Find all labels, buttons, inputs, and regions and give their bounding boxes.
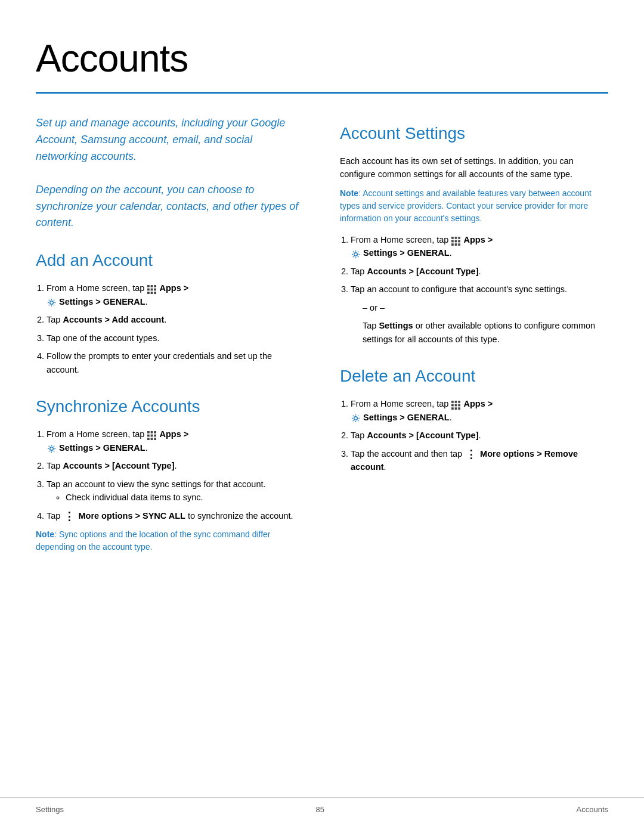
sync-accounts-content: From a Home screen, tap Apps > Settings … [36,428,304,553]
page-footer: Settings 85 Accounts [0,797,644,816]
delete-step-2: Tap Accounts > [Account Type]. [351,429,608,442]
svg-rect-31 [455,401,457,403]
title-divider [36,92,608,94]
sync-step-2: Tap Accounts > [Account Type]. [47,459,304,472]
svg-point-29 [354,253,358,256]
apps-icon-4 [451,400,460,409]
add-step-1: From a Home screen, tap Apps > Settings … [47,281,304,308]
apps-icon-2 [147,431,156,439]
acct-settings-step-1: From a Home screen, tap Apps > Settings … [351,233,608,260]
delete-step-3: Tap the account and then tap ⋮ More opti… [351,447,608,474]
svg-rect-22 [459,237,461,239]
svg-rect-6 [147,292,150,294]
svg-rect-18 [154,438,157,440]
svg-rect-30 [451,401,454,403]
sync-step-4: Tap ⋮ More options > SYNC ALL to synchro… [47,509,304,522]
acct-settings-step-2: Tap Accounts > [Account Type]. [351,265,608,278]
footer-right: Accounts [577,804,608,816]
svg-rect-12 [154,431,157,433]
delete-account-content: From a Home screen, tap Apps > Settings … [340,397,608,473]
intro-paragraph2: Depending on the account, you can choose… [36,182,304,232]
svg-rect-10 [147,431,150,433]
sync-bullet-1: Check individual data items to sync. [66,491,304,504]
account-settings-note: Note: Account settings and available fea… [340,187,608,225]
or-text: Tap Settings or other available options … [363,319,608,346]
sync-step-3: Tap an account to view the sync settings… [47,478,304,504]
acct-settings-step-3: Tap an account to configure that account… [351,283,608,346]
svg-rect-21 [455,237,457,239]
footer-center: 85 [316,804,324,816]
add-step-2: Tap Accounts > Add account. [47,313,304,326]
add-step-4: Follow the prompts to enter your credent… [47,349,304,376]
settings-icon-4 [351,413,360,422]
svg-rect-34 [455,404,457,407]
add-account-content: From a Home screen, tap Apps > Settings … [36,281,304,376]
svg-point-39 [354,417,358,420]
sync-accounts-title: Synchronize Accounts [36,394,304,419]
svg-rect-25 [459,240,461,242]
svg-rect-38 [459,407,461,410]
add-step-1-settings: Settings > GENERAL [59,297,145,306]
svg-rect-14 [151,434,153,436]
svg-rect-37 [455,407,457,410]
svg-point-19 [50,447,54,451]
apps-icon-3 [451,236,460,245]
sync-step-1: From a Home screen, tap Apps > Settings … [47,428,304,454]
svg-rect-27 [455,243,457,246]
add-account-title: Add an Account [36,248,304,273]
account-settings-intro: Each account has its own set of settings… [340,154,608,181]
delete-account-title: Delete an Account [340,364,608,389]
more-options-icon-1: ⋮ [64,511,75,522]
svg-rect-16 [147,438,150,440]
account-settings-content: Each account has its own set of settings… [340,154,608,346]
add-step-3: Tap one of the account types. [47,332,304,345]
svg-rect-35 [459,404,461,407]
account-settings-title: Account Settings [340,121,608,146]
svg-rect-36 [451,407,454,410]
svg-rect-11 [151,431,153,433]
svg-rect-13 [147,434,150,436]
svg-rect-17 [151,438,153,440]
svg-rect-2 [154,285,157,287]
footer-left: Settings [36,804,64,816]
svg-rect-4 [151,289,153,291]
svg-rect-3 [147,289,150,291]
delete-step-1: From a Home screen, tap Apps > Settings … [351,397,608,424]
svg-rect-28 [459,243,461,246]
svg-rect-8 [154,292,157,294]
more-options-icon-2: ⋮ [466,449,476,460]
add-step-1-bold: Apps > [159,283,188,293]
settings-icon-1 [47,298,56,306]
intro-paragraph1: Set up and manage accounts, including yo… [36,115,304,165]
apps-icon [147,284,156,293]
svg-rect-7 [151,292,153,294]
svg-rect-32 [459,401,461,403]
svg-rect-5 [154,289,157,291]
svg-rect-20 [451,237,454,239]
svg-rect-1 [151,285,153,287]
svg-rect-26 [451,243,454,246]
sync-note: Note: Sync options and the location of t… [36,528,304,553]
settings-icon-3 [351,249,360,258]
settings-icon-2 [47,444,56,453]
svg-rect-0 [147,285,150,287]
svg-rect-15 [154,434,157,436]
page-title: Accounts [36,30,608,87]
svg-rect-23 [451,240,454,242]
svg-point-9 [50,301,54,305]
or-divider: – or – [363,301,608,314]
svg-rect-33 [451,404,454,407]
svg-rect-24 [455,240,457,242]
